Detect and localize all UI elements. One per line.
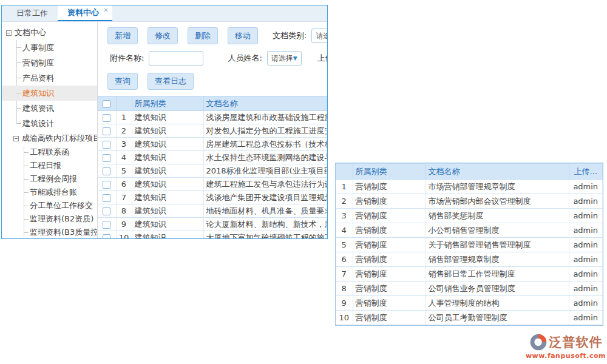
tab-data-center-label: 资料中心 bbox=[67, 7, 99, 18]
tree-item[interactable]: 建筑资讯 bbox=[2, 101, 97, 116]
row-checkbox[interactable] bbox=[103, 234, 110, 238]
row-category: 建筑知识 bbox=[132, 204, 203, 218]
row-index: 3 bbox=[116, 138, 132, 151]
view-log-button[interactable]: 查看日志 bbox=[148, 73, 194, 90]
row-checkbox[interactable] bbox=[103, 114, 110, 122]
doc-category-value: 请选择 bbox=[316, 31, 327, 41]
brand-name: 泛普软件 bbox=[549, 334, 603, 351]
tree-item[interactable]: 建筑知识 bbox=[2, 86, 97, 101]
table-row[interactable]: 8 建筑知识 地砖地面材料、机具准备、质量要求及... bbox=[98, 204, 327, 218]
tree-item[interactable]: 监理资料(B2资质) bbox=[2, 212, 97, 226]
table-header-row: 所属别类 文档名称 bbox=[98, 96, 327, 111]
row-docname: 公司销售业务员管理制度 bbox=[426, 281, 569, 296]
table-row[interactable]: 8 营销制度 公司销售业务员管理制度 admin bbox=[336, 281, 603, 296]
table-row[interactable]: 6 营销制度 销售部管理规章制度 admin bbox=[336, 252, 603, 267]
table-row[interactable]: 7 营销制度 销售部日常工作管理制度 admin bbox=[336, 267, 603, 281]
tree-item[interactable]: 人事制度 bbox=[2, 40, 97, 55]
doc-category-select[interactable]: 请选择 ▼ bbox=[311, 29, 327, 43]
row-index: 5 bbox=[116, 164, 132, 178]
row-category: 营销制度 bbox=[353, 296, 426, 311]
table-row[interactable]: 6 建筑知识 建筑工程施工发包与承包违法行为认定... bbox=[98, 178, 327, 191]
attachment-name-input[interactable] bbox=[149, 51, 203, 66]
close-icon[interactable]: × bbox=[103, 6, 109, 14]
chevron-down-icon: ▼ bbox=[293, 55, 297, 61]
fanpu-logo: 泛普软件 www.fanpusoft.com bbox=[523, 333, 607, 360]
table-row[interactable]: 1 建筑知识 浅谈房屋建筑和市政基础设施工程施工... bbox=[98, 111, 327, 124]
query-button[interactable]: 查询 bbox=[107, 73, 138, 90]
docname-header: 文档名称 bbox=[203, 96, 327, 111]
tree-item[interactable]: 工程例会周报 bbox=[2, 172, 97, 186]
tree-root-document-center[interactable]: 文档中心 bbox=[2, 25, 97, 40]
table-row[interactable]: 3 营销制度 销售部奖惩制度 admin bbox=[336, 209, 603, 223]
table-row[interactable]: 3 建筑知识 房屋建筑工程总承包投标书（技术标）... bbox=[98, 138, 327, 151]
row-index: 8 bbox=[116, 204, 132, 218]
table-row[interactable]: 1 营销制度 市场营销部管理规章制度 admin bbox=[336, 180, 603, 194]
row-docname: 销售部管理规章制度 bbox=[426, 252, 569, 267]
collapse-icon[interactable] bbox=[13, 136, 19, 141]
delete-button[interactable]: 删除 bbox=[188, 27, 218, 44]
tree-group-project: 工程联系函 工程日报 工程例会周报 节能减排台账 分工单位工作移交 监理资料(B… bbox=[2, 146, 97, 238]
collapse-icon[interactable] bbox=[6, 30, 12, 36]
row-category: 建筑知识 bbox=[132, 138, 203, 151]
row-category: 建筑知识 bbox=[132, 218, 203, 231]
row-docname: 2018标准化监理项目部(业主项目部)人员... bbox=[203, 164, 327, 178]
table-row[interactable]: 4 营销制度 小公司销售管理制度 admin bbox=[336, 223, 603, 238]
row-docname: 浅谈房屋建筑和市政基础设施工程施工... bbox=[203, 111, 327, 124]
row-checkbox[interactable] bbox=[103, 181, 110, 189]
table-row[interactable]: 7 建筑知识 浅谈地产集团开发建设项目监理规划编... bbox=[98, 191, 327, 204]
tree-item[interactable]: 产品资料 bbox=[2, 70, 97, 86]
move-button[interactable]: 移动 bbox=[228, 27, 258, 44]
row-index: 7 bbox=[116, 191, 132, 204]
table-row[interactable]: 9 建筑知识 论大厦新材料、新结构、新技术，新工... bbox=[98, 218, 327, 231]
row-category: 营销制度 bbox=[353, 281, 426, 296]
row-checkbox[interactable] bbox=[103, 167, 110, 175]
category-header: 所属别类 bbox=[353, 164, 426, 180]
tab-bar: 日常工作 资料中心 × bbox=[2, 5, 327, 22]
row-checkbox[interactable] bbox=[103, 221, 110, 229]
row-uploader: admin bbox=[569, 194, 603, 209]
row-docname: 建筑工程施工发包与承包违法行为认定... bbox=[203, 178, 327, 191]
tree-item[interactable]: 监理资料(B3质量控制) bbox=[2, 226, 97, 238]
row-uploader: admin bbox=[569, 311, 603, 325]
add-button[interactable]: 新增 bbox=[107, 27, 138, 44]
row-index: 1 bbox=[336, 180, 353, 194]
table-row[interactable]: 5 建筑知识 2018标准化监理项目部(业主项目部)人员... bbox=[98, 164, 327, 178]
table-row[interactable]: 5 营销制度 关于销售部管理销售管理制度 admin bbox=[336, 238, 603, 252]
tree-root-project[interactable]: 成渝高铁内江标段项目 bbox=[2, 131, 97, 146]
row-docname: 关于销售部管理销售管理制度 bbox=[426, 238, 569, 252]
person-name-select[interactable]: 请选择 ▼ bbox=[267, 51, 302, 66]
tab-data-center[interactable]: 资料中心 × bbox=[58, 5, 112, 21]
row-index: 10 bbox=[116, 231, 132, 239]
tab-daily-work[interactable]: 日常工作 bbox=[7, 5, 58, 21]
tree-item[interactable]: 分工单位工作移交 bbox=[2, 199, 97, 212]
row-checkbox[interactable] bbox=[103, 194, 110, 202]
row-checkbox[interactable] bbox=[103, 141, 110, 149]
row-checkbox[interactable] bbox=[103, 207, 110, 215]
tree-item[interactable]: 工程联系函 bbox=[2, 146, 97, 159]
row-checkbox[interactable] bbox=[103, 127, 110, 135]
table-row[interactable]: 2 建筑知识 对发包人指定分包的工程施工进度安排... bbox=[98, 124, 327, 138]
table-row[interactable]: 4 建筑知识 水土保持生态环境监测网络的建设与资... bbox=[98, 151, 327, 164]
table-row[interactable]: 10 建筑知识 大厦地下室加气砼墙砌筑工程的施工方... bbox=[98, 231, 327, 239]
tree-item[interactable]: 建筑设计 bbox=[2, 116, 97, 131]
row-docname: 销售部奖惩制度 bbox=[426, 209, 569, 223]
row-docname: 人事管理制度的结构 bbox=[426, 296, 569, 311]
tree-item[interactable]: 节能减排台账 bbox=[2, 186, 97, 199]
row-category: 建筑知识 bbox=[132, 151, 203, 164]
row-uploader: admin bbox=[569, 180, 603, 194]
select-all-checkbox[interactable] bbox=[103, 100, 110, 108]
row-checkbox[interactable] bbox=[103, 154, 110, 162]
table-row[interactable]: 10 营销制度 公司员工考勤管理制度 admin bbox=[336, 311, 603, 325]
person-name-label: 人员姓名: bbox=[228, 53, 262, 64]
table-row[interactable]: 2 营销制度 市场营销部内部会议管理制度 admin bbox=[336, 194, 603, 209]
tree-item[interactable]: 工程日报 bbox=[2, 159, 97, 172]
edit-button[interactable]: 修改 bbox=[148, 27, 178, 44]
row-index: 8 bbox=[336, 281, 353, 296]
row-category: 营销制度 bbox=[353, 209, 426, 223]
tree-item[interactable]: 营销制度 bbox=[2, 55, 97, 70]
table-row[interactable]: 9 营销制度 人事管理制度的结构 admin bbox=[336, 296, 603, 311]
row-category: 建筑知识 bbox=[132, 164, 203, 178]
row-index: 2 bbox=[116, 124, 132, 138]
row-uploader: admin bbox=[569, 267, 603, 281]
row-category: 营销制度 bbox=[353, 194, 426, 209]
